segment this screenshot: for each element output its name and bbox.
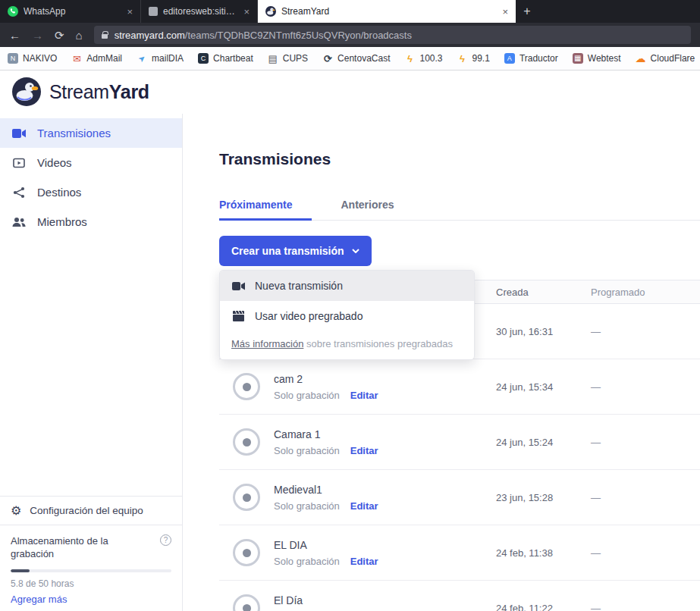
row-created: 23 jun, 15:28 (496, 492, 591, 503)
url-bar[interactable]: streamyard.com/teams/TQDhBC9ZNTmft6z5UsQ… (94, 26, 691, 44)
create-broadcast-button[interactable]: Crear una transmisión (219, 236, 372, 266)
table-row[interactable]: EL DIA Solo grabaciónEditar 24 feb, 11:3… (219, 525, 700, 581)
video-icon (11, 158, 27, 168)
storage-progress-fill (11, 569, 30, 572)
streamyard-logo[interactable] (12, 77, 41, 106)
table-row[interactable]: cam 2 Solo grabaciónEditar 24 jun, 15:34… (219, 359, 700, 415)
record-icon (233, 539, 260, 566)
bookmark-label: Webtest (588, 53, 621, 64)
sidebar-item-videos[interactable]: Videos (0, 148, 182, 177)
row-subtitle: Solo grabación (274, 556, 340, 567)
edit-link[interactable]: Editar (350, 556, 378, 567)
storage-used-label: 5.8 de 50 horas (11, 578, 171, 589)
team-settings-button[interactable]: ⚙ Configuración del equipo (0, 496, 182, 525)
forward-button[interactable]: → (32, 30, 43, 41)
add-more-link[interactable]: Agregar más (11, 594, 171, 605)
browser-window: WhatsApp × editoresweb:sitioweb:eldia.co… (0, 0, 700, 611)
bookmark-label: 99.1 (472, 53, 490, 64)
url-path: /teams/TQDhBC9ZNTmft6z5UsQVRyon/broadcas… (185, 30, 412, 41)
bookmark-admmail[interactable]: ✉AdmMail (71, 53, 122, 64)
row-created: 30 jun, 16:31 (496, 326, 591, 337)
row-scheduled: — (591, 603, 601, 611)
browser-tab-whatsapp[interactable]: WhatsApp × (0, 0, 141, 23)
team-settings-label: Configuración del equipo (30, 505, 143, 516)
sidebar-item-label: Videos (37, 156, 72, 169)
browser-address-bar: ← → ⟳ ⌂ streamyard.com/teams/TQDhBC9ZNTm… (0, 23, 700, 47)
bookmark-99-1[interactable]: ϟ99.1 (457, 53, 490, 64)
bookmark-label: Chartbeat (213, 53, 253, 64)
menu-item-video-pregrabado[interactable]: Usar video pregrabado (220, 301, 474, 331)
bookmark-label: CloudFlare (651, 53, 695, 64)
row-scheduled: — (591, 326, 601, 337)
sidebar-item-label: Transmisiones (37, 127, 111, 139)
tab-title: WhatsApp (24, 6, 121, 17)
bookmark-chartbeat[interactable]: CChartbeat (198, 53, 253, 64)
sidebar-item-miembros[interactable]: Miembros (0, 207, 182, 237)
bookmark-label: mailDIA (152, 53, 184, 64)
camera-icon (231, 281, 245, 291)
storage-panel: Almacenamiento de la grabación ? 5.8 de … (0, 525, 182, 611)
row-scheduled: — (591, 547, 601, 559)
menu-info-text: Más información sobre transmisiones preg… (220, 331, 474, 359)
page-title: Transmisiones (219, 150, 700, 168)
bookmark-maildia[interactable]: ➤mailDIA (137, 53, 184, 64)
bookmark-cloudflare[interactable]: ☁CloudFlare (636, 53, 695, 64)
tab-proximamente[interactable]: Próximamente (219, 199, 312, 220)
row-scheduled: — (591, 492, 601, 503)
bookmark-100-3[interactable]: ϟ100.3 (404, 53, 442, 64)
chevron-down-icon (352, 249, 359, 253)
table-row[interactable]: El Día Solo grabaciónEditar 24 feb, 11:2… (219, 581, 700, 611)
bookmark-label: 100.3 (419, 53, 442, 64)
new-tab-button[interactable]: + (516, 0, 538, 23)
close-icon[interactable]: × (127, 6, 133, 17)
bookmarks-bar: NNAKIVO ✉AdmMail ➤mailDIA CChartbeat ▤CU… (0, 47, 700, 70)
column-header-creada: Creada (496, 287, 591, 298)
sidebar-item-destinos[interactable]: Destinos (0, 177, 182, 207)
tab-title: StreamYard (281, 6, 497, 17)
bookmark-traductor[interactable]: ATraductor (504, 53, 558, 64)
mail-icon: ✉ (71, 53, 82, 64)
close-icon[interactable]: × (502, 6, 508, 17)
main-content: Transmisiones Próximamente Anteriores Cr… (183, 114, 700, 611)
bookmark-nakivo[interactable]: NNAKIVO (8, 53, 57, 64)
browser-tab-streamyard[interactable]: StreamYard × (258, 0, 516, 23)
translate-icon: A (504, 53, 515, 64)
edit-link[interactable]: Editar (350, 390, 378, 401)
chartbeat-icon: C (198, 53, 209, 64)
close-icon[interactable]: × (243, 6, 250, 17)
mas-informacion-link[interactable]: Más información (231, 338, 303, 349)
reload-button[interactable]: ⟳ (55, 30, 64, 41)
help-icon[interactable]: ? (160, 534, 171, 546)
brand-part2: Yard (109, 81, 149, 102)
lock-icon (102, 34, 108, 39)
bookmark-centovacast[interactable]: ⟳CentovaCast (322, 53, 390, 64)
back-button[interactable]: ← (9, 30, 20, 41)
bookmark-webtest[interactable]: ▦Webtest (573, 53, 621, 64)
row-created: 24 jun, 15:24 (496, 437, 591, 448)
menu-item-nueva-transmision[interactable]: Nueva transmisión (220, 271, 474, 301)
row-created: 24 feb, 11:22 (496, 603, 591, 611)
bookmark-cups[interactable]: ▤CUPS (268, 53, 308, 64)
tab-anteriores[interactable]: Anteriores (341, 199, 413, 220)
clapperboard-icon (231, 311, 245, 321)
cast-icon: ⟳ (322, 53, 333, 64)
edit-link[interactable]: Editar (350, 445, 378, 456)
people-icon (11, 217, 27, 227)
lightning-icon: ϟ (457, 53, 468, 64)
home-button[interactable]: ⌂ (76, 30, 83, 41)
row-subtitle: Solo grabación (274, 500, 340, 512)
sidebar-item-transmisiones[interactable]: Transmisiones (0, 118, 182, 148)
brand-wordmark[interactable]: StreamYard (49, 81, 149, 103)
table-row[interactable]: Medieval1 Solo grabaciónEditar 23 jun, 1… (219, 470, 700, 525)
record-icon (233, 373, 260, 400)
row-title: Camara 1 (274, 428, 378, 440)
sidebar: Transmisiones Videos Destinos Miembros (0, 114, 183, 611)
row-created: 24 feb, 11:38 (496, 547, 591, 559)
table-row[interactable]: Camara 1 Solo grabaciónEditar 24 jun, 15… (219, 415, 700, 470)
lightning-icon: ϟ (404, 53, 415, 64)
edit-link[interactable]: Editar (350, 500, 378, 512)
bookmark-label: AdmMail (86, 53, 122, 64)
row-title: EL DIA (274, 539, 378, 551)
row-subtitle: Solo grabación (274, 390, 340, 401)
browser-tab-eldia[interactable]: editoresweb:sitioweb:eldia.co × (141, 0, 258, 23)
